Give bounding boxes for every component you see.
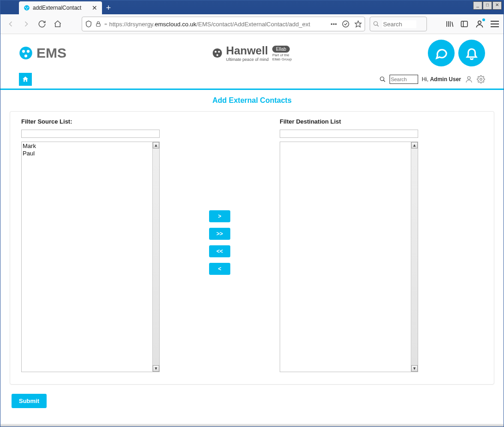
lock-icon[interactable] (95, 21, 102, 27)
svg-line-12 (452, 22, 453, 27)
app-logo-text: EMS (36, 45, 66, 61)
alerts-button[interactable] (458, 40, 485, 66)
transfer-buttons: > >> << < (160, 118, 280, 275)
app-header: EMS Hanwell Ultimate peace of mind Ellab… (0, 34, 504, 70)
dest-label: Filter Destination List (280, 118, 418, 125)
shield-icon[interactable] (85, 20, 92, 28)
scroll-up-icon[interactable]: ▲ (153, 142, 159, 148)
star-icon[interactable] (354, 20, 362, 28)
svg-point-3 (26, 8, 27, 9)
window-title-bar: addExternalContact ✕ + _ □ ✕ (0, 0, 504, 14)
svg-point-27 (480, 78, 482, 81)
scroll-up-icon[interactable]: ▲ (411, 142, 418, 148)
svg-point-2 (27, 7, 28, 8)
svg-point-15 (478, 21, 481, 24)
reader-icon[interactable] (342, 20, 350, 28)
svg-point-1 (25, 7, 26, 8)
settings-icon[interactable] (477, 75, 485, 83)
tab-favicon (24, 5, 30, 11)
ellab-subtext: Part of theEllab Group (272, 53, 292, 61)
nav-home-button[interactable] (52, 18, 63, 30)
hanwell-icon (212, 48, 222, 58)
footer-shadow (0, 424, 504, 427)
browser-search-box[interactable] (370, 17, 427, 31)
url-text: https://drsynergy.emscloud.co.uk/EMS/con… (109, 21, 328, 28)
dest-listbox[interactable] (280, 142, 412, 372)
list-item[interactable]: Mark (23, 142, 152, 150)
url-bar[interactable]: ◦◦ https://drsynergy.emscloud.co.uk/EMS/… (82, 17, 365, 31)
nav-back-button[interactable] (5, 18, 16, 30)
svg-point-24 (380, 77, 384, 81)
greeting: Hi, Admin User (422, 76, 461, 83)
source-filter-input[interactable] (21, 130, 160, 138)
svg-marker-6 (355, 21, 361, 27)
hanwell-tagline: Ultimate peace of mind (226, 57, 269, 62)
contacts-panel: Filter Source List: MarkPaul ▲ ▼ > >> << (10, 111, 494, 385)
ellab-badge: Ellab (272, 46, 290, 53)
hanwell-logo: Hanwell Ultimate peace of mind Ellab Par… (212, 44, 292, 62)
svg-point-21 (215, 51, 216, 53)
sub-header: Hi, Admin User (0, 70, 504, 89)
svg-point-0 (24, 5, 30, 11)
browser-tab[interactable]: addExternalContact ✕ (19, 1, 102, 14)
svg-point-23 (216, 54, 218, 56)
source-column: Filter Source List: MarkPaul ▲ ▼ (21, 118, 160, 372)
list-item[interactable]: Paul (23, 150, 152, 157)
svg-point-19 (24, 54, 27, 57)
sidebar-icon[interactable] (460, 20, 468, 28)
submit-button[interactable]: Submit (12, 394, 47, 408)
page-title: Add External Contacts (0, 90, 504, 111)
search-icon[interactable] (379, 76, 386, 83)
svg-line-8 (377, 25, 379, 27)
window-minimize-button[interactable]: _ (473, 1, 482, 10)
move-all-left-button[interactable]: << (209, 245, 230, 257)
scrollbar[interactable]: ▲ ▼ (152, 142, 159, 372)
window-maximize-button[interactable]: □ (483, 1, 492, 10)
move-right-button[interactable]: > (209, 210, 230, 222)
source-label: Filter Source List: (21, 118, 160, 125)
account-icon[interactable] (475, 19, 484, 29)
search-icon (373, 21, 379, 27)
svg-point-26 (468, 77, 470, 79)
move-left-button[interactable]: < (209, 263, 230, 275)
scroll-down-icon[interactable]: ▼ (153, 365, 159, 372)
tab-title: addExternalContact (33, 5, 88, 11)
svg-point-5 (342, 21, 349, 27)
ellipsis-icon[interactable]: ••• (330, 21, 337, 28)
hanwell-text: Hanwell (226, 44, 268, 57)
dest-filter-input[interactable] (280, 130, 418, 138)
window-close-button[interactable]: ✕ (492, 1, 502, 10)
nav-forward-button[interactable] (21, 18, 32, 30)
nav-reload-button[interactable] (36, 18, 48, 30)
chat-button[interactable] (428, 40, 455, 66)
home-button[interactable] (19, 73, 32, 86)
source-listbox[interactable]: MarkPaul (22, 142, 153, 372)
svg-point-22 (218, 51, 220, 53)
svg-rect-13 (461, 21, 468, 27)
svg-point-17 (22, 50, 25, 53)
browser-search-input[interactable] (382, 20, 416, 28)
svg-point-18 (27, 50, 30, 53)
svg-point-7 (374, 22, 378, 25)
menu-button[interactable] (491, 21, 499, 27)
tab-close-icon[interactable]: ✕ (92, 4, 97, 12)
svg-point-20 (213, 48, 222, 58)
dest-column: Filter Destination List ▲ ▼ (280, 118, 418, 372)
browser-toolbar: ◦◦ https://drsynergy.emscloud.co.uk/EMS/… (0, 14, 504, 34)
svg-rect-4 (96, 24, 100, 26)
new-tab-button[interactable]: + (102, 1, 115, 14)
app-search-input[interactable] (390, 75, 418, 84)
svg-point-16 (19, 47, 32, 59)
app-logo[interactable]: EMS (19, 45, 66, 61)
move-all-right-button[interactable]: >> (209, 228, 230, 240)
scroll-down-icon[interactable]: ▼ (411, 365, 418, 372)
library-icon[interactable] (445, 20, 454, 28)
ems-logo-icon (19, 46, 33, 60)
svg-line-25 (383, 80, 385, 82)
user-icon[interactable] (465, 75, 473, 83)
permissions-icon[interactable]: ◦◦ (104, 21, 107, 27)
scrollbar[interactable]: ▲ ▼ (411, 142, 418, 372)
